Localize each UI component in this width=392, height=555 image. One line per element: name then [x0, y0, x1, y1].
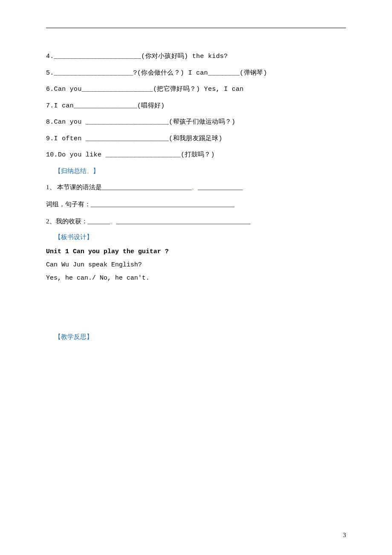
summary-line-3: 2、我的收获：_______。_________________________… — [46, 216, 346, 226]
page-number: 3 — [343, 532, 346, 539]
q7-prefix: 7.I can________________( — [46, 102, 141, 110]
q5-suffix: ) — [263, 69, 267, 77]
q10-prefix: 10.Do you like ___________________( — [46, 151, 185, 159]
example-a-text: Yes, he can./ No, he can't. — [46, 275, 150, 282]
unit-title: Unit 1 Can you play the guitar ? — [46, 248, 346, 255]
summary-1-prefix: 1、 本节课的语法是____________________________ — [46, 184, 191, 191]
q5-prefix: 5.____________________?( — [46, 69, 141, 77]
exercise-item-7: 7.I can________________(唱得好) — [46, 101, 346, 111]
q10-suffix: ) — [211, 151, 215, 159]
example-question: Can Wu Jun speak English? — [46, 261, 346, 269]
q4-suffix: ) the kids? — [184, 53, 228, 60]
q8-prefix: 8.Can you _____________________( — [46, 119, 173, 126]
exercise-item-8: 8.Can you _____________________(帮孩子们做运动吗… — [46, 118, 346, 127]
unit-title-text: Unit 1 Can you play the guitar ? — [46, 248, 169, 255]
summary-2-text: 词组，句子有：_________________________________… — [46, 201, 235, 208]
q5-mid: ) I can________( — [180, 69, 244, 77]
q8-hint: 帮孩子们做运动吗？ — [173, 119, 232, 126]
top-horizontal-rule — [46, 28, 346, 28]
q4-hint: 你对小孩好吗 — [145, 53, 184, 60]
exercise-item-6: 6.Can you__________________(把它弹好吗？) Yes,… — [46, 85, 346, 95]
summary-3-dot: 。 — [110, 218, 116, 225]
example-answer: Yes, he can./ No, he can't. — [46, 275, 346, 282]
summary-heading: 【归纳总结。】 — [46, 167, 346, 175]
summary-heading-close: 】 — [93, 168, 99, 174]
q10-hint: 打鼓吗？ — [185, 151, 211, 159]
q9-prefix: 9.I often _____________________( — [46, 135, 173, 142]
q9-hint: 和我朋友踢足球 — [173, 135, 219, 142]
summary-line-2: 词组，句子有：_________________________________… — [46, 199, 346, 209]
summary-3-prefix: 2、我的收获：_______ — [46, 218, 110, 225]
q9-suffix: ) — [219, 135, 222, 142]
q6-prefix: 6.Can you__________________( — [46, 86, 157, 93]
board-design-heading: 【板书设计】 — [46, 233, 346, 241]
exercise-item-10: 10.Do you like ___________________(打鼓吗？) — [46, 150, 346, 160]
summary-1-suffix: ______________ — [198, 184, 242, 191]
summary-3-suffix: ________________________________________… — [116, 218, 251, 225]
q5-hint2: 弹钢琴 — [244, 69, 263, 77]
example-q-text: Can Wu Jun speak English? — [46, 261, 142, 269]
q5-hint1: 你会做什么？ — [141, 69, 180, 77]
q7-suffix: ) — [161, 102, 164, 110]
q6-suffix: ) Yes, I can — [196, 86, 244, 93]
summary-line-1: 1、 本节课的语法是____________________________。_… — [46, 182, 346, 192]
summary-1-dot: 。 — [191, 184, 198, 191]
exercise-item-9: 9.I often _____________________(和我朋友踢足球) — [46, 134, 346, 144]
exercise-item-4: 4.______________________(你对小孩好吗) the kid… — [46, 52, 346, 62]
summary-heading-dot: 。 — [86, 168, 93, 174]
summary-heading-text: 【归纳总结 — [55, 168, 86, 174]
exercise-item-5: 5.____________________?(你会做什么？) I can___… — [46, 69, 346, 78]
page-number-text: 3 — [343, 532, 346, 538]
q7-hint: 唱得好 — [141, 102, 161, 110]
q8-suffix: ) — [231, 119, 235, 126]
reflection-heading-text: 【教学反思】 — [55, 333, 93, 340]
q6-hint: 把它弹好吗？ — [157, 86, 196, 93]
reflection-heading: 【教学反思】 — [46, 333, 346, 341]
q4-prefix: 4.______________________( — [46, 53, 145, 60]
board-heading-text: 【板书设计】 — [55, 234, 93, 240]
